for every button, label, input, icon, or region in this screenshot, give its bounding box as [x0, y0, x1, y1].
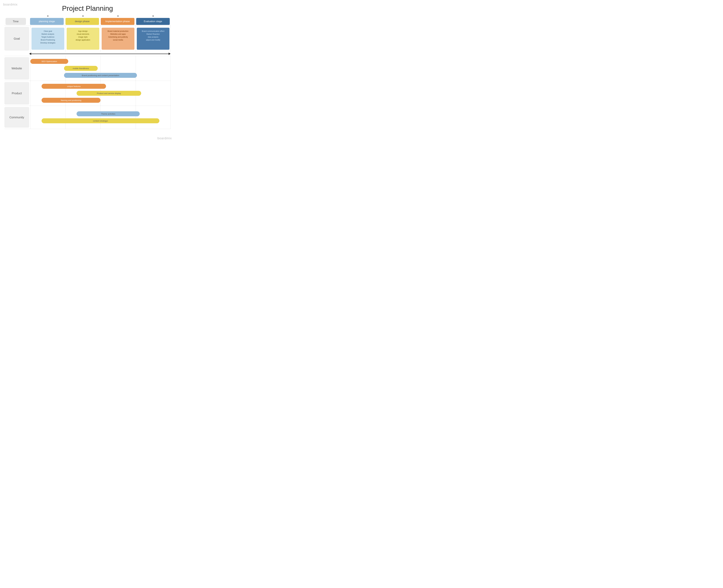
- goal-card-design: logo design visual elements image style …: [67, 28, 99, 50]
- brand-positioning-bar: Brand positioning and content presentati…: [64, 73, 137, 78]
- bar-row: SEO Optimization: [30, 59, 170, 64]
- stage-evaluation: Evaluation stage: [136, 18, 170, 25]
- stage-headers: planning stage design phase Implementati…: [29, 17, 170, 25]
- product-content: unique features Product and service disp…: [30, 81, 170, 106]
- watermark-top: boardmix: [3, 3, 18, 6]
- seo-bar: SEO Optimization: [30, 59, 68, 64]
- community-content: Theme activities content strategyv: [30, 106, 170, 129]
- main-container: Time planning stage design phase Impleme…: [4, 15, 170, 129]
- goal-card-planning: Clear goal Market analysis Target Audien…: [32, 28, 64, 50]
- time-cell: Time: [4, 17, 29, 25]
- goal-cards: Clear goal Market analysis Target Audien…: [30, 26, 170, 52]
- website-row: Website SEO Optimization mobile friendli…: [4, 56, 170, 81]
- website-bars: SEO Optimization mobile friendliness Bra…: [30, 58, 170, 79]
- website-label: Website: [4, 57, 29, 80]
- community-bars: Theme activities content strategyv: [30, 110, 170, 125]
- watermark-bottom: boardmix: [158, 136, 172, 140]
- product-bars: unique features Product and service disp…: [30, 82, 170, 104]
- header-row: Time planning stage design phase Impleme…: [4, 17, 170, 25]
- product-label: Product: [4, 82, 29, 104]
- arrow-right: [168, 52, 170, 55]
- bar-row: Product and service display: [30, 90, 170, 96]
- page-title: Project Planning: [0, 0, 175, 15]
- bar-row: unique features: [30, 84, 170, 89]
- goal-row: Goal Clear goal Market analysis Target A…: [4, 25, 170, 52]
- goal-label: Goal: [4, 27, 29, 50]
- naming-bar: Naming and positioning: [42, 98, 100, 103]
- product-row: Product unique features Product and serv…: [4, 81, 170, 106]
- mobile-bar: mobile friendliness: [64, 66, 98, 71]
- theme-activities-bar: Theme activities: [77, 111, 140, 116]
- bar-row: content strategyv: [30, 118, 170, 124]
- arrow-left: [29, 52, 31, 55]
- stage-implementation: Implementation phase: [101, 18, 135, 25]
- goal-card-evaluation: Brand communication effect Market Reacti…: [137, 28, 169, 50]
- website-content: SEO Optimization mobile friendliness Bra…: [30, 56, 170, 81]
- time-label: Time: [5, 18, 26, 25]
- arrow-line: [31, 54, 169, 54]
- goal-card-implementation: Brand material production Websites and a…: [102, 28, 135, 50]
- product-display-bar: Product and service display: [77, 91, 141, 96]
- stage-design: design phase: [65, 18, 99, 25]
- timeline-arrow: [4, 52, 170, 55]
- bar-row: mobile friendliness: [30, 66, 170, 71]
- community-label: Community: [4, 107, 29, 128]
- stage-planning: planning stage: [30, 18, 64, 25]
- bar-row: Brand positioning and content presentati…: [30, 72, 170, 78]
- bar-row: Theme activities: [30, 111, 170, 117]
- community-row: Community Theme activities content strat…: [4, 106, 170, 129]
- bar-row: Naming and positioning: [30, 98, 170, 103]
- unique-features-bar: unique features: [42, 84, 106, 89]
- content-strategy-bar: content strategyv: [42, 118, 159, 123]
